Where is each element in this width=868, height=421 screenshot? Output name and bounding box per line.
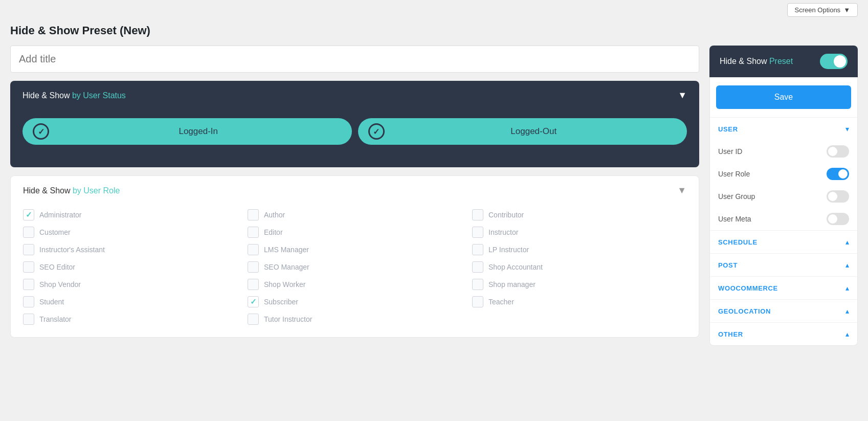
sidebar-section-woocommerce: WOOCOMMERCE▴ (710, 276, 857, 299)
role-name: Student (39, 298, 64, 306)
role-name: Shop Vendor (39, 280, 81, 289)
user-role-title: Hide & Show by User Role (23, 186, 120, 195)
role-item: Student (23, 296, 237, 307)
role-checkbox[interactable] (23, 261, 34, 273)
role-checkbox[interactable] (248, 244, 259, 255)
role-item: Shop Worker (248, 279, 462, 290)
role-name: Contributor (488, 211, 524, 219)
logged-in-label: Logged-In (55, 126, 342, 137)
sidebar-sections: USER▾User IDUser RoleUser GroupUser Meta… (710, 117, 857, 345)
role-name: Instructor's Assistant (39, 246, 105, 254)
role-name: Instructor (488, 228, 518, 236)
triangle-connector (345, 157, 365, 167)
screen-options-chevron-icon: ▼ (843, 6, 850, 14)
role-name: LMS Manager (264, 246, 309, 254)
role-item: Editor (248, 227, 462, 238)
screen-options-button[interactable]: Screen Options ▼ (787, 3, 858, 17)
sidebar-section-header-user[interactable]: USER▾ (710, 118, 857, 140)
role-checkbox[interactable] (23, 279, 34, 290)
role-checkbox[interactable] (248, 296, 259, 307)
role-checkbox[interactable] (472, 209, 483, 220)
logged-in-button[interactable]: Logged-In (23, 118, 352, 145)
role-checkbox[interactable] (248, 314, 259, 325)
role-checkbox[interactable] (248, 261, 259, 273)
user-status-title: Hide & Show by User Status (23, 91, 126, 100)
sidebar-row-label: User Role (718, 170, 750, 178)
sidebar-section-header-schedule[interactable]: SCHEDULE▴ (710, 231, 857, 253)
role-item: Subscriber (248, 296, 462, 307)
toggle-slider (827, 190, 849, 203)
role-checkbox[interactable] (23, 314, 34, 325)
user-role-panel-header[interactable]: Hide & Show by User Role ▼ (11, 176, 699, 205)
content-area: Hide & Show by User Status ▼ Logged-In L… (10, 46, 699, 338)
sidebar-section-chevron-schedule-icon: ▴ (845, 238, 849, 246)
role-checkbox[interactable] (23, 227, 34, 238)
toggle-user-role[interactable] (827, 168, 849, 180)
user-status-chevron-icon: ▼ (678, 90, 687, 101)
toggle-user-group[interactable] (827, 190, 849, 203)
role-item: Shop manager (472, 279, 686, 290)
role-item: Shop Vendor (23, 279, 237, 290)
role-item: Teacher (472, 296, 686, 307)
screen-options-label: Screen Options (795, 6, 841, 14)
sidebar-section-schedule: SCHEDULE▴ (710, 230, 857, 253)
user-status-panel-header[interactable]: Hide & Show by User Status ▼ (10, 81, 699, 110)
role-item: Translator (23, 314, 237, 325)
role-checkbox[interactable] (472, 227, 483, 238)
role-item: SEO Manager (248, 261, 462, 273)
role-checkbox[interactable] (23, 296, 34, 307)
sidebar-section-header-post[interactable]: POST▴ (710, 254, 857, 276)
roles-grid: AdministratorAuthorContributorCustomerEd… (11, 205, 699, 337)
sidebar-section-title-post: POST (718, 261, 738, 269)
user-role-chevron-icon: ▼ (677, 185, 686, 196)
role-name: Shop Accountant (488, 263, 543, 271)
role-item: Shop Accountant (472, 261, 686, 273)
role-name: Administrator (39, 211, 81, 219)
role-item: LP Instructor (472, 244, 686, 255)
sidebar-section-chevron-geolocation-icon: ▴ (845, 307, 849, 315)
role-item: Customer (23, 227, 237, 238)
role-name: Editor (264, 228, 283, 236)
sidebar-row-label: User Group (718, 192, 755, 201)
toggle-user-meta[interactable] (827, 213, 849, 225)
role-item: Instructor (472, 227, 686, 238)
role-name: LP Instructor (488, 246, 529, 254)
sidebar-row-user-meta: User Meta (710, 208, 857, 230)
role-checkbox[interactable] (248, 209, 259, 220)
role-name: Shop Worker (264, 280, 305, 289)
role-checkbox[interactable] (472, 296, 483, 307)
title-input[interactable] (10, 46, 699, 73)
sidebar-section-chevron-post-icon: ▴ (845, 261, 849, 269)
sidebar-section-post: POST▴ (710, 253, 857, 276)
toggle-user-id[interactable] (827, 145, 849, 158)
sidebar-section-title-user: USER (718, 125, 738, 133)
save-button[interactable]: Save (716, 85, 851, 109)
sidebar-main-toggle[interactable] (820, 54, 848, 69)
page-title: Hide & Show Preset (New) (0, 20, 868, 46)
logged-out-button[interactable]: Logged-Out (358, 118, 687, 145)
toggle-slider (827, 168, 849, 180)
role-checkbox[interactable] (472, 279, 483, 290)
user-role-panel: Hide & Show by User Role ▼ Administrator… (10, 175, 699, 338)
role-checkbox[interactable] (472, 261, 483, 273)
sidebar-section-chevron-woocommerce-icon: ▴ (845, 284, 849, 292)
role-checkbox[interactable] (23, 244, 34, 255)
sidebar-section-header-other[interactable]: OTHER▴ (710, 323, 857, 345)
sidebar-row-user-id: User ID (710, 140, 857, 163)
sidebar-section-title-geolocation: GEOLOCATION (718, 307, 771, 315)
sidebar-main-toggle-slider (820, 54, 848, 69)
top-bar: Screen Options ▼ (0, 0, 868, 20)
logged-out-label: Logged-Out (391, 126, 677, 137)
role-name: Tutor Instructor (264, 315, 312, 323)
sidebar-section-chevron-user-icon: ▾ (845, 125, 849, 133)
role-checkbox[interactable] (472, 244, 483, 255)
sidebar-section-title-schedule: SCHEDULE (718, 238, 758, 246)
role-checkbox[interactable] (248, 227, 259, 238)
role-checkbox[interactable] (23, 209, 34, 220)
sidebar-section-header-woocommerce[interactable]: WOOCOMMERCE▴ (710, 277, 857, 299)
sidebar-section-title-other: OTHER (718, 330, 743, 338)
sidebar-row-label: User ID (718, 147, 742, 156)
role-checkbox[interactable] (248, 279, 259, 290)
sidebar-section-chevron-other-icon: ▴ (845, 330, 849, 338)
sidebar-section-header-geolocation[interactable]: GEOLOCATION▴ (710, 300, 857, 322)
